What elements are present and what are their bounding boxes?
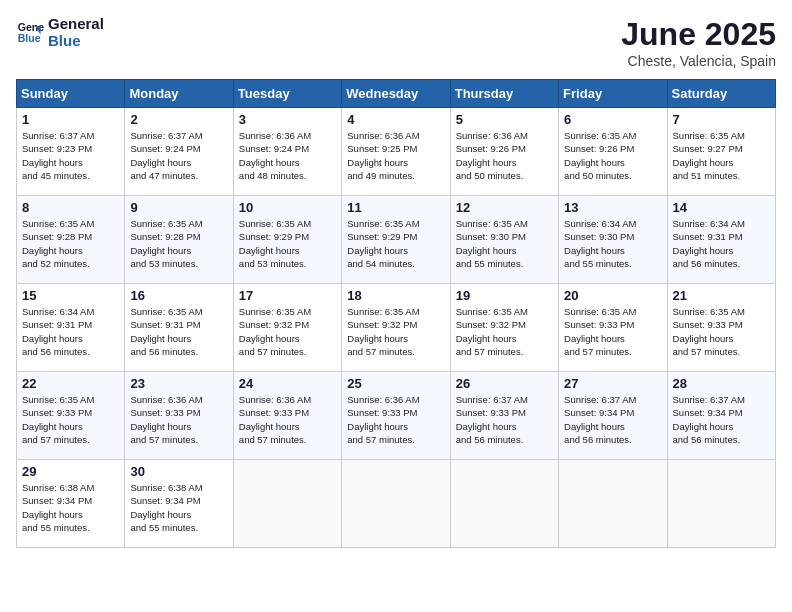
calendar-cell: 2 Sunrise: 6:37 AM Sunset: 9:24 PM Dayli…	[125, 108, 233, 196]
day-number: 30	[130, 464, 227, 479]
weekday-header: Friday	[559, 80, 667, 108]
weekday-header: Wednesday	[342, 80, 450, 108]
day-info: Sunrise: 6:35 AM Sunset: 9:27 PM Dayligh…	[673, 129, 770, 182]
day-number: 17	[239, 288, 336, 303]
day-number: 28	[673, 376, 770, 391]
calendar-cell: 11 Sunrise: 6:35 AM Sunset: 9:29 PM Dayl…	[342, 196, 450, 284]
calendar-cell: 20 Sunrise: 6:35 AM Sunset: 9:33 PM Dayl…	[559, 284, 667, 372]
day-number: 1	[22, 112, 119, 127]
day-number: 16	[130, 288, 227, 303]
page-header: General Blue General Blue June 2025 Ches…	[16, 16, 776, 69]
calendar-cell: 4 Sunrise: 6:36 AM Sunset: 9:25 PM Dayli…	[342, 108, 450, 196]
day-info: Sunrise: 6:35 AM Sunset: 9:29 PM Dayligh…	[239, 217, 336, 270]
weekday-header: Saturday	[667, 80, 775, 108]
day-number: 15	[22, 288, 119, 303]
day-number: 26	[456, 376, 553, 391]
day-number: 12	[456, 200, 553, 215]
day-info: Sunrise: 6:36 AM Sunset: 9:33 PM Dayligh…	[347, 393, 444, 446]
day-info: Sunrise: 6:36 AM Sunset: 9:33 PM Dayligh…	[130, 393, 227, 446]
calendar-week-row: 22 Sunrise: 6:35 AM Sunset: 9:33 PM Dayl…	[17, 372, 776, 460]
day-number: 3	[239, 112, 336, 127]
day-number: 13	[564, 200, 661, 215]
calendar-cell: 18 Sunrise: 6:35 AM Sunset: 9:32 PM Dayl…	[342, 284, 450, 372]
day-info: Sunrise: 6:35 AM Sunset: 9:32 PM Dayligh…	[239, 305, 336, 358]
day-number: 8	[22, 200, 119, 215]
day-info: Sunrise: 6:35 AM Sunset: 9:29 PM Dayligh…	[347, 217, 444, 270]
calendar-week-row: 29 Sunrise: 6:38 AM Sunset: 9:34 PM Dayl…	[17, 460, 776, 548]
calendar-cell: 22 Sunrise: 6:35 AM Sunset: 9:33 PM Dayl…	[17, 372, 125, 460]
calendar-cell: 21 Sunrise: 6:35 AM Sunset: 9:33 PM Dayl…	[667, 284, 775, 372]
day-info: Sunrise: 6:38 AM Sunset: 9:34 PM Dayligh…	[22, 481, 119, 534]
day-info: Sunrise: 6:37 AM Sunset: 9:34 PM Dayligh…	[673, 393, 770, 446]
calendar-cell: 5 Sunrise: 6:36 AM Sunset: 9:26 PM Dayli…	[450, 108, 558, 196]
day-info: Sunrise: 6:36 AM Sunset: 9:26 PM Dayligh…	[456, 129, 553, 182]
logo-icon: General Blue	[16, 19, 44, 47]
day-info: Sunrise: 6:35 AM Sunset: 9:32 PM Dayligh…	[456, 305, 553, 358]
calendar-cell: 13 Sunrise: 6:34 AM Sunset: 9:30 PM Dayl…	[559, 196, 667, 284]
month-title: June 2025	[621, 16, 776, 53]
day-info: Sunrise: 6:36 AM Sunset: 9:25 PM Dayligh…	[347, 129, 444, 182]
svg-text:Blue: Blue	[18, 31, 41, 43]
day-number: 27	[564, 376, 661, 391]
day-number: 5	[456, 112, 553, 127]
day-number: 18	[347, 288, 444, 303]
day-number: 10	[239, 200, 336, 215]
calendar-cell: 27 Sunrise: 6:37 AM Sunset: 9:34 PM Dayl…	[559, 372, 667, 460]
calendar: SundayMondayTuesdayWednesdayThursdayFrid…	[16, 79, 776, 548]
title-block: June 2025 Cheste, Valencia, Spain	[621, 16, 776, 69]
day-number: 9	[130, 200, 227, 215]
calendar-cell: 30 Sunrise: 6:38 AM Sunset: 9:34 PM Dayl…	[125, 460, 233, 548]
day-info: Sunrise: 6:34 AM Sunset: 9:30 PM Dayligh…	[564, 217, 661, 270]
day-info: Sunrise: 6:35 AM Sunset: 9:31 PM Dayligh…	[130, 305, 227, 358]
calendar-cell: 17 Sunrise: 6:35 AM Sunset: 9:32 PM Dayl…	[233, 284, 341, 372]
day-number: 25	[347, 376, 444, 391]
weekday-header-row: SundayMondayTuesdayWednesdayThursdayFrid…	[17, 80, 776, 108]
day-info: Sunrise: 6:36 AM Sunset: 9:24 PM Dayligh…	[239, 129, 336, 182]
calendar-cell: 23 Sunrise: 6:36 AM Sunset: 9:33 PM Dayl…	[125, 372, 233, 460]
calendar-cell: 19 Sunrise: 6:35 AM Sunset: 9:32 PM Dayl…	[450, 284, 558, 372]
day-number: 11	[347, 200, 444, 215]
weekday-header: Sunday	[17, 80, 125, 108]
day-info: Sunrise: 6:35 AM Sunset: 9:33 PM Dayligh…	[564, 305, 661, 358]
calendar-week-row: 8 Sunrise: 6:35 AM Sunset: 9:28 PM Dayli…	[17, 196, 776, 284]
calendar-week-row: 1 Sunrise: 6:37 AM Sunset: 9:23 PM Dayli…	[17, 108, 776, 196]
day-info: Sunrise: 6:34 AM Sunset: 9:31 PM Dayligh…	[22, 305, 119, 358]
calendar-cell: 26 Sunrise: 6:37 AM Sunset: 9:33 PM Dayl…	[450, 372, 558, 460]
calendar-cell: 25 Sunrise: 6:36 AM Sunset: 9:33 PM Dayl…	[342, 372, 450, 460]
day-info: Sunrise: 6:35 AM Sunset: 9:32 PM Dayligh…	[347, 305, 444, 358]
calendar-cell: 24 Sunrise: 6:36 AM Sunset: 9:33 PM Dayl…	[233, 372, 341, 460]
calendar-cell	[342, 460, 450, 548]
day-info: Sunrise: 6:35 AM Sunset: 9:33 PM Dayligh…	[22, 393, 119, 446]
calendar-week-row: 15 Sunrise: 6:34 AM Sunset: 9:31 PM Dayl…	[17, 284, 776, 372]
day-info: Sunrise: 6:38 AM Sunset: 9:34 PM Dayligh…	[130, 481, 227, 534]
day-info: Sunrise: 6:37 AM Sunset: 9:34 PM Dayligh…	[564, 393, 661, 446]
calendar-cell: 29 Sunrise: 6:38 AM Sunset: 9:34 PM Dayl…	[17, 460, 125, 548]
calendar-cell: 28 Sunrise: 6:37 AM Sunset: 9:34 PM Dayl…	[667, 372, 775, 460]
location: Cheste, Valencia, Spain	[621, 53, 776, 69]
calendar-cell: 7 Sunrise: 6:35 AM Sunset: 9:27 PM Dayli…	[667, 108, 775, 196]
day-info: Sunrise: 6:36 AM Sunset: 9:33 PM Dayligh…	[239, 393, 336, 446]
day-number: 29	[22, 464, 119, 479]
day-number: 22	[22, 376, 119, 391]
day-number: 14	[673, 200, 770, 215]
calendar-cell: 16 Sunrise: 6:35 AM Sunset: 9:31 PM Dayl…	[125, 284, 233, 372]
day-info: Sunrise: 6:37 AM Sunset: 9:23 PM Dayligh…	[22, 129, 119, 182]
calendar-cell	[450, 460, 558, 548]
day-number: 6	[564, 112, 661, 127]
day-number: 19	[456, 288, 553, 303]
day-info: Sunrise: 6:35 AM Sunset: 9:28 PM Dayligh…	[130, 217, 227, 270]
day-number: 4	[347, 112, 444, 127]
day-number: 20	[564, 288, 661, 303]
calendar-cell: 15 Sunrise: 6:34 AM Sunset: 9:31 PM Dayl…	[17, 284, 125, 372]
calendar-cell	[667, 460, 775, 548]
day-info: Sunrise: 6:35 AM Sunset: 9:33 PM Dayligh…	[673, 305, 770, 358]
day-number: 2	[130, 112, 227, 127]
weekday-header: Tuesday	[233, 80, 341, 108]
day-number: 21	[673, 288, 770, 303]
weekday-header: Monday	[125, 80, 233, 108]
calendar-cell: 9 Sunrise: 6:35 AM Sunset: 9:28 PM Dayli…	[125, 196, 233, 284]
day-number: 23	[130, 376, 227, 391]
calendar-cell: 14 Sunrise: 6:34 AM Sunset: 9:31 PM Dayl…	[667, 196, 775, 284]
day-info: Sunrise: 6:37 AM Sunset: 9:24 PM Dayligh…	[130, 129, 227, 182]
calendar-cell: 3 Sunrise: 6:36 AM Sunset: 9:24 PM Dayli…	[233, 108, 341, 196]
